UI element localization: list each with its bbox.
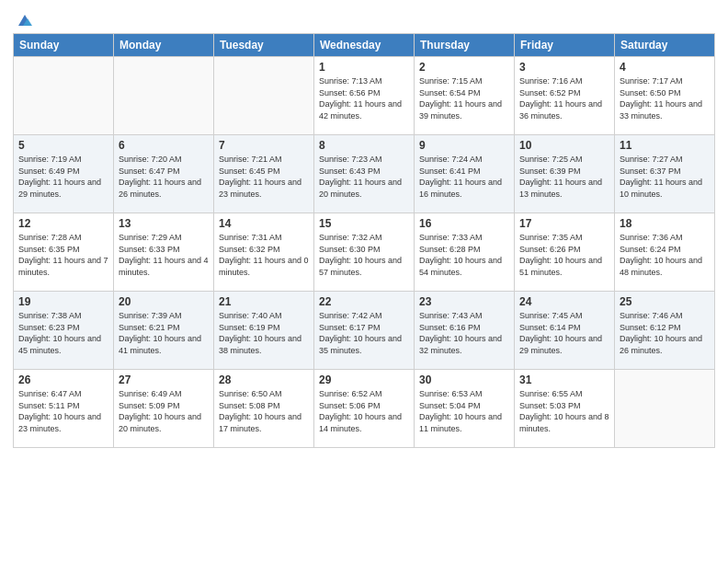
day-info: Sunrise: 7:35 AMSunset: 6:26 PMDaylight:… bbox=[519, 232, 609, 278]
day-number: 20 bbox=[119, 295, 209, 308]
calendar-header-tuesday: Tuesday bbox=[214, 34, 314, 57]
day-number: 14 bbox=[219, 217, 309, 230]
calendar-cell: 11Sunrise: 7:27 AMSunset: 6:37 PMDayligh… bbox=[615, 135, 715, 213]
day-number: 19 bbox=[18, 295, 108, 308]
day-number: 29 bbox=[319, 373, 409, 386]
calendar-cell: 30Sunrise: 6:53 AMSunset: 5:04 PMDayligh… bbox=[415, 370, 515, 448]
calendar-cell bbox=[615, 370, 715, 448]
day-info: Sunrise: 7:39 AMSunset: 6:21 PMDaylight:… bbox=[119, 310, 209, 356]
day-info: Sunrise: 7:19 AMSunset: 6:49 PMDaylight:… bbox=[18, 154, 108, 200]
day-number: 25 bbox=[620, 295, 710, 308]
day-info: Sunrise: 7:36 AMSunset: 6:24 PMDaylight:… bbox=[620, 232, 710, 278]
calendar-cell: 13Sunrise: 7:29 AMSunset: 6:33 PMDayligh… bbox=[114, 213, 214, 292]
day-info: Sunrise: 6:55 AMSunset: 5:03 PMDaylight:… bbox=[519, 388, 609, 434]
day-number: 4 bbox=[620, 61, 710, 74]
calendar-week-2: 5Sunrise: 7:19 AMSunset: 6:49 PMDaylight… bbox=[14, 135, 715, 213]
day-info: Sunrise: 7:21 AMSunset: 6:45 PMDaylight:… bbox=[219, 154, 309, 200]
calendar-cell: 9Sunrise: 7:24 AMSunset: 6:41 PMDaylight… bbox=[415, 135, 515, 213]
day-number: 15 bbox=[319, 217, 409, 230]
day-number: 5 bbox=[18, 139, 108, 152]
calendar-cell: 15Sunrise: 7:32 AMSunset: 6:30 PMDayligh… bbox=[314, 213, 415, 292]
day-number: 2 bbox=[419, 61, 509, 74]
day-info: Sunrise: 6:52 AMSunset: 5:06 PMDaylight:… bbox=[319, 388, 409, 434]
calendar-header-sunday: Sunday bbox=[14, 34, 114, 57]
day-info: Sunrise: 7:17 AMSunset: 6:50 PMDaylight:… bbox=[620, 75, 710, 121]
day-number: 1 bbox=[319, 61, 409, 74]
calendar-cell: 20Sunrise: 7:39 AMSunset: 6:21 PMDayligh… bbox=[114, 292, 214, 370]
day-number: 16 bbox=[419, 217, 509, 230]
day-number: 28 bbox=[219, 373, 309, 386]
calendar-week-5: 26Sunrise: 6:47 AMSunset: 5:11 PMDayligh… bbox=[14, 370, 715, 448]
logo bbox=[13, 9, 35, 26]
day-number: 6 bbox=[119, 139, 209, 152]
day-info: Sunrise: 7:32 AMSunset: 6:30 PMDaylight:… bbox=[319, 232, 409, 278]
day-info: Sunrise: 7:13 AMSunset: 6:56 PMDaylight:… bbox=[319, 75, 409, 121]
day-number: 30 bbox=[419, 373, 509, 386]
day-number: 26 bbox=[18, 373, 108, 386]
day-info: Sunrise: 7:29 AMSunset: 6:33 PMDaylight:… bbox=[119, 232, 209, 278]
day-info: Sunrise: 7:43 AMSunset: 6:16 PMDaylight:… bbox=[419, 310, 509, 356]
calendar-cell: 17Sunrise: 7:35 AMSunset: 6:26 PMDayligh… bbox=[515, 213, 615, 292]
calendar-cell: 4Sunrise: 7:17 AMSunset: 6:50 PMDaylight… bbox=[615, 57, 715, 135]
day-info: Sunrise: 7:45 AMSunset: 6:14 PMDaylight:… bbox=[519, 310, 609, 356]
day-number: 23 bbox=[419, 295, 509, 308]
day-number: 21 bbox=[219, 295, 309, 308]
day-info: Sunrise: 7:15 AMSunset: 6:54 PMDaylight:… bbox=[419, 75, 509, 121]
calendar-cell bbox=[214, 57, 314, 135]
day-number: 31 bbox=[519, 373, 609, 386]
calendar-cell bbox=[14, 57, 114, 135]
calendar-cell: 25Sunrise: 7:46 AMSunset: 6:12 PMDayligh… bbox=[615, 292, 715, 370]
day-info: Sunrise: 7:28 AMSunset: 6:35 PMDaylight:… bbox=[18, 232, 108, 278]
day-number: 27 bbox=[119, 373, 209, 386]
day-number: 13 bbox=[119, 217, 209, 230]
day-info: Sunrise: 7:23 AMSunset: 6:43 PMDaylight:… bbox=[319, 154, 409, 200]
calendar-cell: 8Sunrise: 7:23 AMSunset: 6:43 PMDaylight… bbox=[314, 135, 415, 213]
calendar-header-monday: Monday bbox=[114, 34, 214, 57]
day-info: Sunrise: 7:24 AMSunset: 6:41 PMDaylight:… bbox=[419, 154, 509, 200]
calendar-cell: 26Sunrise: 6:47 AMSunset: 5:11 PMDayligh… bbox=[14, 370, 114, 448]
calendar-header-saturday: Saturday bbox=[615, 34, 715, 57]
day-number: 9 bbox=[419, 139, 509, 152]
day-info: Sunrise: 6:49 AMSunset: 5:09 PMDaylight:… bbox=[119, 388, 209, 434]
day-number: 24 bbox=[519, 295, 609, 308]
day-info: Sunrise: 7:27 AMSunset: 6:37 PMDaylight:… bbox=[620, 154, 710, 200]
calendar-week-3: 12Sunrise: 7:28 AMSunset: 6:35 PMDayligh… bbox=[14, 213, 715, 292]
calendar-cell: 5Sunrise: 7:19 AMSunset: 6:49 PMDaylight… bbox=[14, 135, 114, 213]
calendar-table: SundayMondayTuesdayWednesdayThursdayFrid… bbox=[13, 33, 715, 448]
calendar-cell: 22Sunrise: 7:42 AMSunset: 6:17 PMDayligh… bbox=[314, 292, 415, 370]
calendar-cell: 21Sunrise: 7:40 AMSunset: 6:19 PMDayligh… bbox=[214, 292, 314, 370]
day-number: 22 bbox=[319, 295, 409, 308]
day-info: Sunrise: 7:38 AMSunset: 6:23 PMDaylight:… bbox=[18, 310, 108, 356]
day-info: Sunrise: 7:40 AMSunset: 6:19 PMDaylight:… bbox=[219, 310, 309, 356]
day-info: Sunrise: 6:53 AMSunset: 5:04 PMDaylight:… bbox=[419, 388, 509, 434]
calendar-header-friday: Friday bbox=[515, 34, 615, 57]
calendar-cell: 1Sunrise: 7:13 AMSunset: 6:56 PMDaylight… bbox=[314, 57, 415, 135]
day-number: 10 bbox=[519, 139, 609, 152]
calendar-cell: 10Sunrise: 7:25 AMSunset: 6:39 PMDayligh… bbox=[515, 135, 615, 213]
calendar-cell bbox=[114, 57, 214, 135]
calendar-cell: 6Sunrise: 7:20 AMSunset: 6:47 PMDaylight… bbox=[114, 135, 214, 213]
day-number: 7 bbox=[219, 139, 309, 152]
day-info: Sunrise: 6:50 AMSunset: 5:08 PMDaylight:… bbox=[219, 388, 309, 434]
calendar-cell: 28Sunrise: 6:50 AMSunset: 5:08 PMDayligh… bbox=[214, 370, 314, 448]
day-info: Sunrise: 7:20 AMSunset: 6:47 PMDaylight:… bbox=[119, 154, 209, 200]
day-info: Sunrise: 7:31 AMSunset: 6:32 PMDaylight:… bbox=[219, 232, 309, 278]
calendar-header-thursday: Thursday bbox=[415, 34, 515, 57]
day-info: Sunrise: 6:47 AMSunset: 5:11 PMDaylight:… bbox=[18, 388, 108, 434]
day-number: 18 bbox=[620, 217, 710, 230]
day-number: 17 bbox=[519, 217, 609, 230]
day-number: 8 bbox=[319, 139, 409, 152]
day-info: Sunrise: 7:46 AMSunset: 6:12 PMDaylight:… bbox=[620, 310, 710, 356]
calendar-cell: 27Sunrise: 6:49 AMSunset: 5:09 PMDayligh… bbox=[114, 370, 214, 448]
calendar-cell: 2Sunrise: 7:15 AMSunset: 6:54 PMDaylight… bbox=[415, 57, 515, 135]
calendar-cell: 16Sunrise: 7:33 AMSunset: 6:28 PMDayligh… bbox=[415, 213, 515, 292]
calendar-cell: 29Sunrise: 6:52 AMSunset: 5:06 PMDayligh… bbox=[314, 370, 415, 448]
day-info: Sunrise: 7:16 AMSunset: 6:52 PMDaylight:… bbox=[519, 75, 609, 121]
day-number: 12 bbox=[18, 217, 108, 230]
logo-icon bbox=[15, 9, 35, 29]
calendar-week-4: 19Sunrise: 7:38 AMSunset: 6:23 PMDayligh… bbox=[14, 292, 715, 370]
day-number: 3 bbox=[519, 61, 609, 74]
calendar-header-wednesday: Wednesday bbox=[314, 34, 415, 57]
calendar-cell: 7Sunrise: 7:21 AMSunset: 6:45 PMDaylight… bbox=[214, 135, 314, 213]
calendar-cell: 31Sunrise: 6:55 AMSunset: 5:03 PMDayligh… bbox=[515, 370, 615, 448]
